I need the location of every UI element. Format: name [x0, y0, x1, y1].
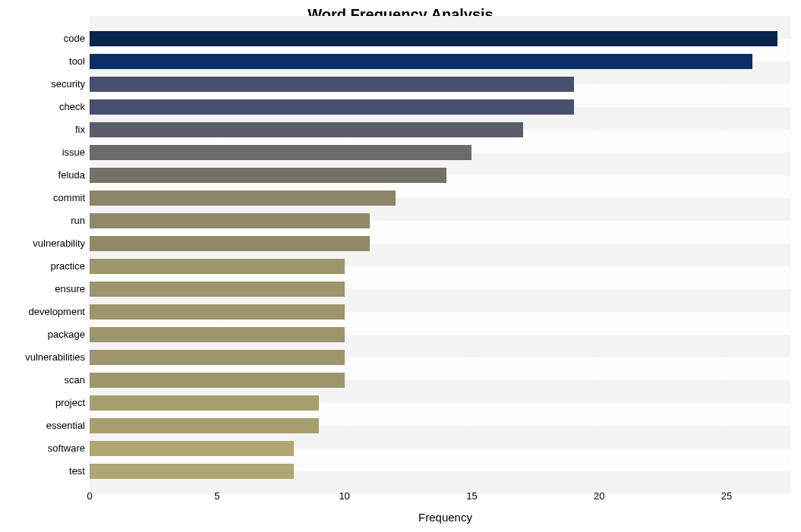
y-tick-label: run [2, 209, 85, 232]
bar-row [90, 278, 790, 301]
y-tick-label: scan [2, 369, 85, 392]
y-tick-label: check [2, 96, 85, 118]
bar-row [90, 232, 790, 255]
bar [90, 54, 752, 69]
bar [90, 190, 396, 206]
y-tick-label: fix [2, 118, 85, 141]
bar-row [90, 414, 790, 437]
chart-container: Word Frequency Analysis Frequency codeto… [0, 0, 801, 532]
bar [90, 122, 523, 137]
bar [90, 350, 345, 365]
y-tick-label: development [2, 301, 85, 323]
bar [90, 327, 345, 342]
bar [90, 395, 319, 411]
bar [90, 304, 345, 320]
bar [90, 31, 777, 46]
bar-row [90, 27, 790, 50]
bar-row [90, 392, 790, 414]
y-tick-label: vulnerability [2, 232, 85, 255]
y-tick-label: software [2, 437, 85, 460]
bar-row [90, 118, 790, 141]
bar-row [90, 323, 790, 346]
bar-row [90, 96, 790, 118]
bar-row [90, 50, 790, 73]
bar [90, 282, 345, 297]
bar [90, 464, 294, 479]
bar [90, 373, 345, 388]
plot-area [90, 27, 790, 483]
bar [90, 168, 446, 183]
y-tick-label: practice [2, 255, 85, 278]
y-tick-label: project [2, 392, 85, 414]
y-tick-label: commit [2, 187, 85, 209]
bar-row [90, 141, 790, 164]
y-tick-label: security [2, 73, 85, 96]
bar [90, 213, 370, 228]
y-tick-label: feluda [2, 164, 85, 187]
x-tick-label: 25 [721, 490, 732, 502]
x-tick-label: 5 [214, 490, 219, 502]
y-tick-label: essential [2, 414, 85, 437]
y-tick-label: ensure [2, 278, 85, 301]
x-tick-label: 20 [594, 490, 604, 502]
bar-row [90, 460, 790, 483]
bar [90, 441, 294, 456]
bar-row [90, 164, 790, 187]
y-tick-label: test [2, 460, 85, 483]
bar-row [90, 301, 790, 323]
y-tick-label: tool [2, 50, 85, 73]
y-tick-label: issue [2, 141, 85, 164]
bar [90, 77, 574, 92]
x-axis-label: Frequency [0, 511, 801, 524]
bar-row [90, 209, 790, 232]
bar-row [90, 255, 790, 278]
y-tick-label: vulnerabilities [2, 346, 85, 369]
y-tick-label: code [2, 27, 85, 50]
bar [90, 418, 319, 433]
bar [90, 236, 370, 251]
bar [90, 145, 471, 160]
bar-row [90, 346, 790, 369]
x-tick-label: 15 [466, 490, 477, 502]
bar [90, 259, 345, 274]
x-tick-label: 0 [87, 490, 92, 502]
bar [90, 99, 574, 115]
bar-row [90, 187, 790, 209]
y-tick-label: package [2, 323, 85, 346]
bar-row [90, 73, 790, 96]
bar-row [90, 437, 790, 460]
x-tick-label: 10 [339, 490, 349, 502]
bar-row [90, 369, 790, 392]
